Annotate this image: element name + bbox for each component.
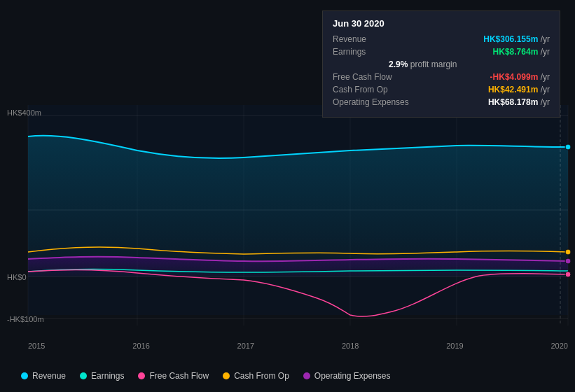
legend-label-opexp: Operating Expenses [314, 371, 391, 381]
x-label-2016: 2016 [132, 342, 149, 350]
tooltip-label-revenue: Revenue [333, 34, 366, 44]
legend-dot-fcf [138, 372, 145, 379]
x-label-2015: 2015 [28, 342, 45, 350]
tooltip-value-earnings: HK$8.764m /yr [493, 47, 550, 57]
y-axis-label-400: HK$400m [7, 108, 41, 117]
legend-label-revenue: Revenue [32, 371, 66, 381]
tooltip-value-opexp: HK$68.178m /yr [488, 97, 550, 107]
legend-label-earnings: Earnings [91, 371, 124, 381]
tooltip-box: Jun 30 2020 Revenue HK$306.155m /yr Earn… [322, 10, 560, 118]
legend-item-cashfromop[interactable]: Cash From Op [223, 371, 289, 381]
svg-point-16 [565, 272, 571, 277]
y-axis-label-0: HK$0 [7, 273, 27, 281]
svg-point-15 [565, 249, 571, 255]
chart-container: HK$400m HK$0 -HK$100m 2015 2016 2017 201… [0, 0, 575, 392]
chart-legend: Revenue Earnings Free Cash Flow Cash Fro… [21, 371, 391, 381]
tooltip-value-fcf: -HK$4.099m /yr [490, 72, 550, 82]
legend-item-opexp[interactable]: Operating Expenses [303, 371, 391, 381]
legend-item-revenue[interactable]: Revenue [21, 371, 66, 381]
tooltip-label-fcf: Free Cash Flow [333, 72, 392, 82]
svg-point-13 [565, 144, 571, 150]
profit-margin-row: 2.9% profit margin [333, 59, 550, 69]
x-label-2019: 2019 [446, 342, 463, 350]
legend-label-fcf: Free Cash Flow [149, 371, 209, 381]
legend-item-fcf[interactable]: Free Cash Flow [138, 371, 209, 381]
legend-dot-revenue [21, 372, 28, 379]
x-label-2017: 2017 [237, 342, 254, 350]
tooltip-label-earnings: Earnings [333, 47, 366, 57]
tooltip-label-opexp: Operating Expenses [333, 97, 409, 107]
x-label-2020: 2020 [550, 342, 567, 350]
tooltip-value-revenue: HK$306.155m /yr [483, 34, 550, 44]
tooltip-value-cashfromop: HK$42.491m /yr [488, 85, 550, 94]
legend-label-cashfromop: Cash From Op [234, 371, 289, 381]
x-label-2018: 2018 [342, 342, 359, 350]
legend-dot-cashfromop [223, 372, 230, 379]
svg-point-14 [565, 258, 571, 264]
tooltip-row-cashfromop: Cash From Op HK$42.491m /yr [333, 85, 550, 94]
y-axis-label-neg100: -HK$100m [7, 315, 44, 323]
legend-dot-earnings [80, 372, 87, 379]
x-axis-labels: 2015 2016 2017 2018 2019 2020 [28, 342, 568, 350]
legend-item-earnings[interactable]: Earnings [80, 371, 124, 381]
tooltip-row-revenue: Revenue HK$306.155m /yr [333, 34, 550, 44]
tooltip-row-fcf: Free Cash Flow -HK$4.099m /yr [333, 72, 550, 82]
tooltip-row-opexp: Operating Expenses HK$68.178m /yr [333, 97, 550, 107]
tooltip-label-cashfromop: Cash From Op [333, 85, 388, 94]
tooltip-date: Jun 30 2020 [333, 18, 550, 29]
legend-dot-opexp [303, 372, 310, 379]
tooltip-row-earnings: Earnings HK$8.764m /yr [333, 47, 550, 57]
